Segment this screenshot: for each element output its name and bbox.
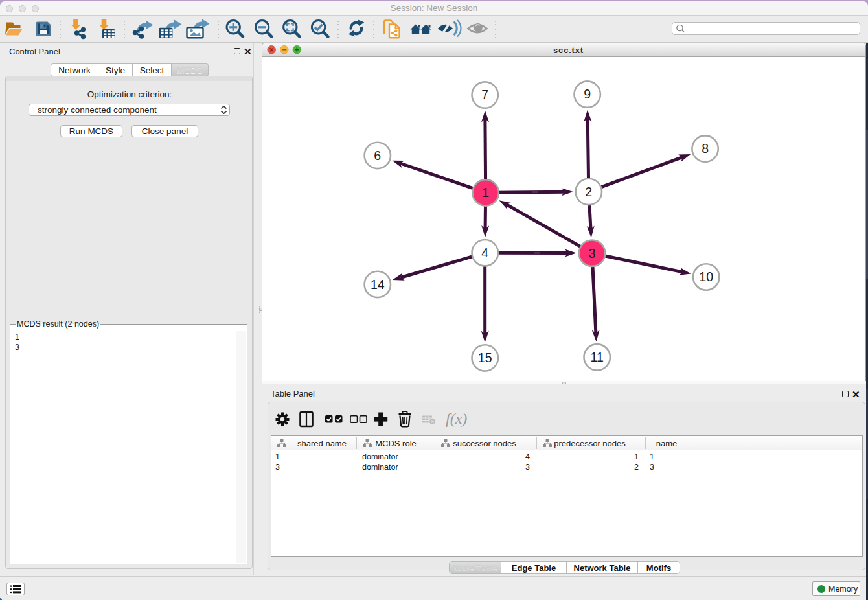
- svg-text:7: 7: [481, 87, 488, 102]
- svg-text:f(x): f(x): [446, 410, 467, 427]
- svg-text:8: 8: [702, 141, 709, 156]
- svg-text:4: 4: [481, 246, 488, 260]
- svg-text:1: 1: [482, 185, 489, 200]
- svg-text:MCDS role: MCDS role: [375, 439, 417, 448]
- svg-text:predecessor nodes: predecessor nodes: [554, 439, 626, 448]
- svg-text:6: 6: [374, 148, 381, 163]
- svg-text:successor nodes: successor nodes: [453, 439, 516, 448]
- svg-text:15: 15: [478, 351, 492, 365]
- svg-text:name: name: [656, 439, 678, 448]
- svg-text:9: 9: [584, 87, 591, 101]
- svg-text:10: 10: [699, 270, 713, 284]
- svg-text:shared name: shared name: [297, 439, 347, 448]
- svg-text:14: 14: [371, 277, 385, 292]
- svg-text:3: 3: [589, 246, 596, 260]
- svg-text:2: 2: [585, 185, 592, 199]
- svg-text:11: 11: [591, 350, 604, 364]
